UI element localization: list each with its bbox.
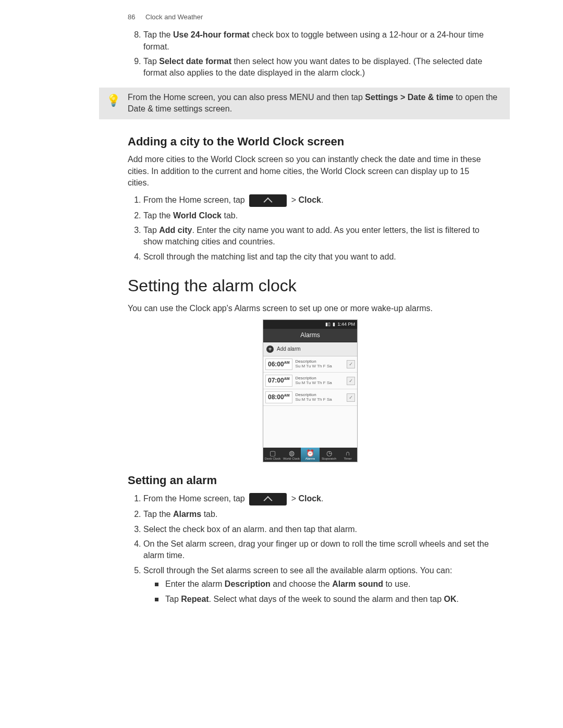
alarm-desc: DescriptionSu M Tu W Th F Sa	[296, 376, 347, 386]
signal-icon: ▮▯	[325, 321, 331, 328]
adding-city-step1: From the Home screen, tap > Clock.	[143, 194, 493, 207]
phone-tab-desk-clock[interactable]: ▢Desk Clock	[263, 448, 282, 462]
alarm-desc: DescriptionSu M Tu W Th F Sa	[296, 360, 347, 369]
phone-blank-area	[263, 406, 357, 448]
setting-alarm-step4: On the Set alarm screen, drag your finge…	[143, 538, 493, 562]
tip-box: 💡 From the Home screen, you can also pre…	[99, 88, 510, 119]
app-launcher-icon	[249, 194, 287, 207]
alarm-row[interactable]: 06:00AMDescriptionSu M Tu W Th F Sa✓	[263, 356, 357, 373]
phone-tab-stopwatch[interactable]: ◷Stopwatch	[320, 448, 338, 462]
tip-text: From the Home screen, you can also press…	[128, 92, 503, 115]
lightbulb-icon: 💡	[106, 93, 120, 109]
setting-alarm-title: Setting an alarm	[128, 473, 493, 489]
adding-city-step4: Scroll through the matching list and tap…	[143, 251, 493, 263]
tab-icon: ◷	[320, 450, 338, 456]
setting-alarm-step2: Tap the Alarms tab.	[143, 509, 493, 520]
setting-alarm-clock-title: Setting the alarm clock	[128, 274, 493, 298]
phone-bottom-tabs: ▢Desk Clock◍World Clock⏰Alarms◷Stopwatch…	[263, 448, 357, 462]
alarm-checkbox[interactable]: ✓	[347, 377, 355, 385]
alarm-row[interactable]: 07:00AMDescriptionSu M Tu W Th F Sa✓	[263, 373, 357, 389]
tab-icon: ◍	[282, 450, 301, 456]
alarm-row[interactable]: 08:00AMDescriptionSu M Tu W Th F Sa✓	[263, 389, 357, 406]
tab-icon: ⏰	[301, 450, 320, 456]
phone-status-bar: ▮▯ ▮ 1:44 PM	[263, 320, 357, 329]
header-section: Clock and Weather	[145, 13, 203, 21]
date-time-steps: Tap the Use 24-hour format check box to …	[128, 29, 493, 79]
phone-title: Alarms	[263, 329, 357, 342]
setting-alarm-clock-intro: You can use the Clock app's Alarms scree…	[128, 303, 493, 314]
alarm-time: 07:00AM	[265, 375, 292, 387]
alarm-checkbox[interactable]: ✓	[347, 393, 355, 402]
page-number: 86	[128, 13, 135, 21]
setting-alarm-steps: From the Home screen, tap > Clock. Tap t…	[128, 493, 493, 605]
tab-icon: ▢	[263, 450, 282, 456]
adding-city-step3: Tap Add city. Enter the city name you wa…	[143, 225, 493, 248]
bullet-repeat: Tap Repeat. Select what days of the week…	[155, 594, 493, 605]
step-8: Tap the Use 24-hour format check box to …	[143, 29, 493, 53]
adding-city-intro: Add more cities to the World Clock scree…	[128, 154, 493, 189]
setting-alarm-step1: From the Home screen, tap > Clock.	[143, 493, 493, 505]
setting-alarm-step3: Select the check box of an alarm. and th…	[143, 524, 493, 535]
phone-tab-world-clock[interactable]: ◍World Clock	[282, 448, 301, 462]
bullet-description-sound: Enter the alarm Description and choose t…	[155, 578, 493, 590]
app-launcher-icon	[249, 493, 287, 505]
add-alarm-row[interactable]: + Add alarm	[263, 342, 357, 356]
plus-icon: +	[266, 346, 274, 353]
alarm-desc: DescriptionSu M Tu W Th F Sa	[296, 393, 347, 402]
adding-city-steps: From the Home screen, tap > Clock. Tap t…	[128, 194, 493, 263]
tab-icon: ∩	[338, 450, 357, 456]
phone-screenshot: ▮▯ ▮ 1:44 PM Alarms + Add alarm 06:00AMD…	[263, 319, 358, 462]
battery-icon: ▮	[333, 321, 335, 328]
adding-city-title: Adding a city to the World Clock screen	[128, 134, 493, 150]
adding-city-step2: Tap the World Clock tab.	[143, 210, 493, 221]
status-time: 1:44 PM	[337, 321, 355, 328]
add-alarm-label: Add alarm	[277, 346, 301, 353]
step-9: Tap Select date format then select how y…	[143, 56, 493, 79]
alarm-time: 06:00AM	[265, 359, 292, 371]
phone-tab-timer[interactable]: ∩Timer	[338, 448, 357, 462]
setting-alarm-bullets: Enter the alarm Description and choose t…	[143, 578, 493, 605]
phone-tab-alarms[interactable]: ⏰Alarms	[301, 448, 320, 462]
alarm-checkbox[interactable]: ✓	[347, 360, 355, 368]
setting-alarm-step5: Scroll through the Set alarms screen to …	[143, 565, 493, 605]
alarm-time: 08:00AM	[265, 391, 292, 403]
page-header: 86 Clock and Weather	[128, 13, 493, 22]
